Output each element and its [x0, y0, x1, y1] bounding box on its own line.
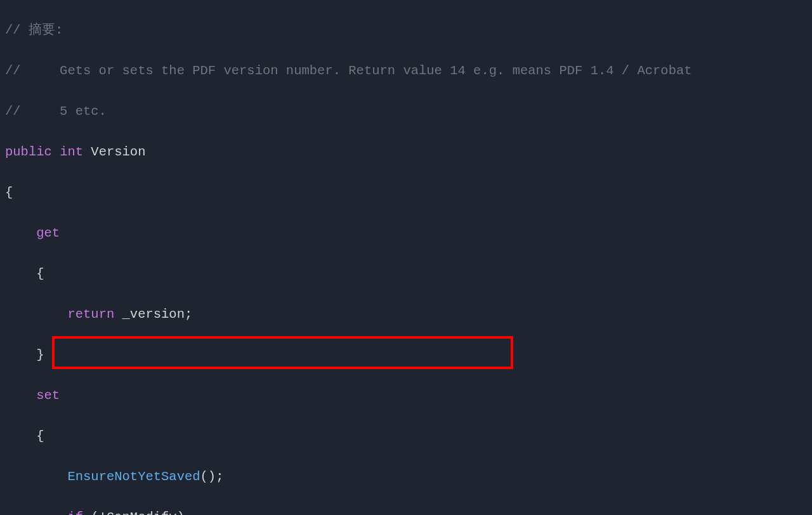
comment-text: // Gets or sets the PDF version number. … [5, 63, 692, 78]
code-line: if (!CanModify) [5, 507, 807, 515]
keyword-get: get [36, 226, 60, 240]
field-name: _version [122, 307, 185, 322]
semicolon: ; [185, 307, 192, 322]
brace-open: { [5, 185, 13, 200]
keyword-set: set [36, 388, 60, 403]
brace-open: { [36, 266, 44, 281]
property-name: Version [91, 145, 145, 159]
method-call: EnsureNotYetSaved [67, 469, 200, 484]
brace-close: } [36, 348, 44, 362]
paren-close: ) [177, 510, 185, 515]
keyword-public: public [5, 145, 52, 159]
paren-open: ( [83, 510, 99, 515]
parens: (); [200, 469, 224, 484]
code-line: { [5, 426, 807, 447]
code-line: } [5, 345, 807, 365]
identifier: CanModify [107, 510, 177, 515]
code-line: // 5 etc. [5, 101, 807, 122]
comment-text: // 摘要: [5, 23, 63, 37]
brace-open: { [36, 429, 44, 443]
code-line: set [5, 386, 807, 406]
keyword-if: if [67, 510, 83, 515]
code-line: EnsureNotYetSaved(); [5, 467, 807, 487]
code-line: return _version; [5, 304, 807, 325]
code-line: // 摘要: [5, 20, 807, 41]
code-line: { [5, 264, 807, 284]
not-operator: ! [99, 510, 107, 515]
keyword-return: return [67, 307, 114, 322]
code-line: { [5, 183, 807, 203]
keyword-int: int [60, 145, 83, 159]
code-line: // Gets or sets the PDF version number. … [5, 61, 807, 81]
code-line: get [5, 223, 807, 244]
comment-text: // 5 etc. [5, 104, 107, 119]
code-line: public int Version [5, 142, 807, 162]
code-editor: // 摘要: // Gets or sets the PDF version n… [5, 0, 807, 515]
